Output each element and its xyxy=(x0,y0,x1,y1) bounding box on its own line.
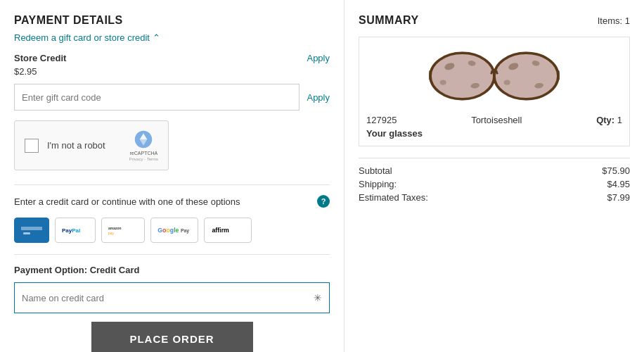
google-pay-icon[interactable]: Google Pay xyxy=(150,218,198,243)
summary-panel: SUMMARY Items: 1 xyxy=(344,0,644,352)
place-order-button[interactable]: PLACE ORDER xyxy=(91,322,253,352)
glasses-image xyxy=(424,44,565,108)
taxes-value: $7.99 xyxy=(607,192,630,203)
shipping-label: Shipping: xyxy=(359,179,397,189)
gift-card-apply-link[interactable]: Apply xyxy=(307,92,330,103)
store-credit-row: Store Credit Apply xyxy=(14,53,330,63)
recaptcha-sub-text: Privacy - Terms xyxy=(129,157,158,161)
taxes-row: Estimated Taxes: $7.99 xyxy=(359,192,630,203)
payment-details-panel: PAYMENT DETAILS Redeem a gift card or st… xyxy=(0,0,344,352)
affirm-icon[interactable]: affirm xyxy=(204,218,252,243)
recaptcha-icon xyxy=(134,130,153,149)
product-details: 127925 Tortoiseshell Qty: 1 xyxy=(366,115,622,125)
summary-header: SUMMARY Items: 1 xyxy=(359,14,630,27)
shipping-row: Shipping: $4.95 xyxy=(359,179,630,189)
paypal-svg: PayPal xyxy=(61,222,89,238)
store-credit-amount: $2.95 xyxy=(14,66,330,77)
captcha-widget[interactable]: I'm not a robot reCAPTCHA Privacy - Term… xyxy=(14,120,169,170)
name-input-row: ✳ xyxy=(14,282,330,313)
shipping-value: $4.95 xyxy=(607,179,630,189)
subtotal-label: Subtotal xyxy=(359,165,392,176)
svg-text:Google
           Pay: Google Pay xyxy=(157,227,189,234)
payment-icons-row: PayPal amazon pay Google Pay affirm xyxy=(14,218,330,243)
payment-option-label: Payment Option: xyxy=(14,265,87,275)
subtotal-row: Subtotal $75.90 xyxy=(359,165,630,176)
captcha-label: I'm not a robot xyxy=(47,140,121,151)
divider-2 xyxy=(14,254,330,255)
product-name: Your glasses xyxy=(366,128,622,139)
captcha-logo: reCAPTCHA Privacy - Terms xyxy=(129,130,158,161)
credit-section-text: Enter a credit card or continue with one… xyxy=(14,196,240,207)
svg-point-20 xyxy=(504,80,510,84)
redeem-link[interactable]: Redeem a gift card or store credit ⌃ xyxy=(14,32,330,43)
recaptcha-text: reCAPTCHA xyxy=(130,151,158,156)
svg-text:PayPal: PayPal xyxy=(62,227,80,234)
svg-point-13 xyxy=(440,80,446,84)
product-card: 127925 Tortoiseshell Qty: 1 Your glasses xyxy=(359,37,630,146)
divider xyxy=(14,184,330,185)
svg-rect-2 xyxy=(23,232,30,234)
payment-option-row: Payment Option: Credit Card xyxy=(14,265,330,275)
amazon-svg: amazon pay xyxy=(108,222,139,238)
product-id: 127925 xyxy=(366,115,397,125)
product-color: Tortoiseshell xyxy=(471,115,522,125)
svg-text:pay: pay xyxy=(108,232,114,235)
required-star: ✳ xyxy=(314,292,322,303)
gift-card-input[interactable] xyxy=(14,84,300,111)
name-on-card-input[interactable] xyxy=(22,293,314,303)
affirm-svg: affirm xyxy=(210,222,245,238)
gift-card-row: Apply xyxy=(14,84,330,111)
product-qty: Qty: 1 xyxy=(596,115,622,125)
svg-text:amazon: amazon xyxy=(108,227,121,230)
paypal-icon[interactable]: PayPal xyxy=(55,218,96,243)
product-qty-label: Qty: xyxy=(596,115,614,125)
help-icon[interactable]: ? xyxy=(317,195,330,208)
gpay-svg: Google Pay xyxy=(157,222,192,238)
credit-section-header: Enter a credit card or continue with one… xyxy=(14,195,330,208)
items-count: Items: 1 xyxy=(598,15,630,26)
subtotal-value: $75.90 xyxy=(602,165,630,176)
svg-text:affirm: affirm xyxy=(212,227,230,234)
summary-title: SUMMARY xyxy=(359,14,419,27)
captcha-checkbox[interactable] xyxy=(25,139,39,153)
payment-details-title: PAYMENT DETAILS xyxy=(14,14,330,27)
store-credit-apply-link[interactable]: Apply xyxy=(307,53,330,63)
payment-option-value: Credit Card xyxy=(90,265,140,275)
svg-rect-1 xyxy=(21,227,42,230)
amazon-pay-icon[interactable]: amazon pay xyxy=(101,218,145,243)
summary-totals: Subtotal $75.90 Shipping: $4.95 Estimate… xyxy=(359,158,630,203)
credit-card-icon[interactable] xyxy=(14,218,49,243)
taxes-label: Estimated Taxes: xyxy=(359,192,428,203)
store-credit-label: Store Credit xyxy=(14,53,66,63)
card-svg xyxy=(20,222,43,238)
product-image-area xyxy=(366,44,622,108)
chevron-up-icon: ⌃ xyxy=(153,32,160,43)
